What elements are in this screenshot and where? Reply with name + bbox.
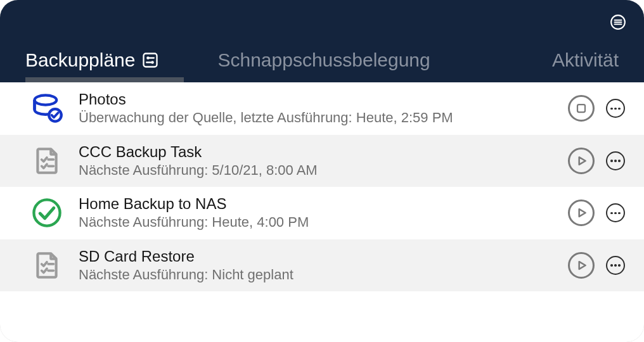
plan-row[interactable]: SD Card Restore Nächste Ausführung: Nich… [0, 239, 644, 292]
backup-plan-list: Photos Überwachung der Quelle, letzte Au… [0, 82, 644, 342]
plan-subtitle: Nächste Ausführung: 5/10/21, 8:00 AM [79, 162, 553, 180]
play-icon [575, 206, 588, 219]
plan-row[interactable]: Home Backup to NAS Nächste Ausführung: H… [0, 187, 644, 239]
success-check-icon [30, 196, 63, 229]
plan-text: CCC Backup Task Nächste Ausführung: 5/10… [79, 142, 553, 180]
plan-actions [568, 95, 625, 122]
svg-point-14 [34, 200, 60, 226]
play-button[interactable] [568, 252, 595, 279]
ellipsis-icon [610, 160, 621, 162]
tab-label: Backuppläne [25, 49, 135, 71]
plan-title: SD Card Restore [79, 247, 553, 266]
tab-activity[interactable]: Aktivität [552, 49, 619, 75]
plan-title: Home Backup to NAS [79, 194, 553, 213]
plan-subtitle: Überwachung der Quelle, letzte Ausführun… [79, 109, 553, 127]
plan-row[interactable]: CCC Backup Task Nächste Ausführung: 5/10… [0, 135, 644, 187]
stop-button[interactable] [568, 95, 595, 122]
tab-label: Aktivität [552, 49, 619, 71]
header-bar: Backuppläne Schnappschussbelegung Aktivi… [0, 0, 644, 82]
plan-actions [568, 148, 625, 174]
tab-backup-plans[interactable]: Backuppläne [25, 49, 159, 75]
plan-status-icon [30, 249, 63, 282]
more-button[interactable] [606, 151, 625, 170]
svg-point-9 [35, 96, 57, 105]
svg-rect-4 [144, 54, 157, 67]
stop-icon [576, 103, 587, 114]
play-button[interactable] [568, 148, 595, 174]
plan-status-icon [30, 196, 63, 229]
plan-text: SD Card Restore Nächste Ausführung: Nich… [79, 247, 553, 284]
more-button[interactable] [606, 203, 625, 222]
play-icon [575, 155, 588, 167]
ellipsis-icon [610, 212, 621, 215]
tab-label: Schnappschussbelegung [217, 49, 430, 71]
plan-subtitle: Nächste Ausführung: Nicht geplant [79, 266, 553, 284]
app-window: Backuppläne Schnappschussbelegung Aktivi… [0, 0, 644, 342]
more-button[interactable] [606, 99, 625, 118]
ellipsis-icon [610, 108, 621, 110]
plan-actions [568, 200, 625, 226]
sliders-icon [141, 51, 159, 69]
plan-actions [568, 252, 625, 279]
svg-rect-11 [577, 104, 585, 112]
play-icon [575, 259, 588, 272]
plan-title: CCC Backup Task [79, 142, 553, 162]
hamburger-circle-icon [610, 14, 626, 30]
plan-title: Photos [79, 90, 553, 109]
plan-status-icon [30, 144, 63, 177]
play-button[interactable] [568, 200, 595, 226]
plan-text: Photos Überwachung der Quelle, letzte Au… [79, 90, 553, 127]
more-button[interactable] [606, 256, 625, 275]
task-file-icon [31, 145, 63, 177]
plan-text: Home Backup to NAS Nächste Ausführung: H… [79, 194, 553, 232]
task-file-icon [31, 250, 63, 281]
plan-row[interactable]: Photos Überwachung der Quelle, letzte Au… [0, 82, 644, 135]
disk-monitoring-icon [30, 92, 63, 125]
plan-status-icon [30, 92, 63, 125]
plan-subtitle: Nächste Ausführung: Heute, 4:00 PM [79, 213, 553, 232]
menu-button[interactable] [610, 14, 626, 30]
tab-snapshots[interactable]: Schnappschussbelegung [217, 49, 430, 75]
ellipsis-icon [610, 264, 621, 267]
tab-bar: Backuppläne Schnappschussbelegung Aktivi… [0, 49, 644, 82]
